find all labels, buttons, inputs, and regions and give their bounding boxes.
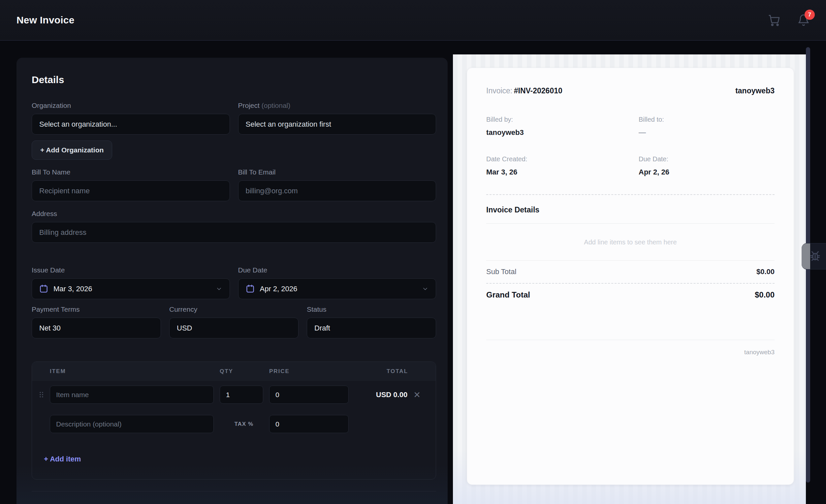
debug-tab[interactable] <box>802 243 826 269</box>
dashed-divider <box>486 194 774 195</box>
page-title: New Invoice <box>16 14 74 26</box>
cart-icon <box>768 14 780 26</box>
organization-field: Organization Select an organization... <box>32 102 230 135</box>
bill-to-name-input[interactable] <box>32 180 230 201</box>
header-icons: 7 <box>767 13 810 27</box>
bill-to-email-input[interactable] <box>238 180 436 201</box>
notifications-button[interactable]: 7 <box>797 13 810 27</box>
project-label: Project (optional) <box>238 102 436 109</box>
add-item-button[interactable]: + Add item <box>44 455 81 463</box>
account-name: tanoyweb3 <box>735 86 774 95</box>
empty-line-items-message: Add line items to see them here <box>486 224 774 260</box>
date-created: Date Created: Mar 3, 26 <box>486 155 639 177</box>
col-total: TOTAL <box>355 368 429 375</box>
bill-to-email-label: Bill To Email <box>238 169 436 176</box>
form-divider <box>32 491 436 492</box>
currency-label: Currency <box>169 306 299 313</box>
chevron-down-icon <box>216 286 222 292</box>
invoice-details-title: Invoice Details <box>486 205 774 214</box>
col-qty: QTY <box>220 368 263 375</box>
app-header: New Invoice 7 <box>0 0 826 41</box>
address-label: Address <box>32 210 436 217</box>
item-description-input[interactable] <box>50 415 214 433</box>
add-item-row: + Add item <box>32 441 436 479</box>
chevron-down-icon <box>422 286 428 292</box>
preview-footer-name: tanoyweb3 <box>486 349 774 356</box>
invoice-number-line: Invoice: #INV-2026010 <box>486 86 563 95</box>
due-date-field: Due Date Apr 2, 2026 <box>238 266 436 299</box>
bill-to-name-field: Bill To Name <box>32 169 230 201</box>
organization-label: Organization <box>32 102 230 109</box>
details-title: Details <box>32 74 436 85</box>
project-select[interactable]: Select an organization first <box>238 114 436 135</box>
grand-total-row: Grand Total $0.00 <box>486 284 774 308</box>
footer-divider <box>486 340 774 340</box>
status-input[interactable] <box>307 318 436 338</box>
line-items-header: ITEM QTY PRICE TOTAL <box>32 362 436 381</box>
tax-percent-label: TAX % <box>220 421 263 428</box>
billed-to: Billed to: — <box>639 116 774 137</box>
billed-by: Billed by: tanoyweb3 <box>486 116 639 137</box>
status-label: Status <box>307 306 436 313</box>
bill-to-email-field: Bill To Email <box>238 169 436 201</box>
sub-total-row: Sub Total $0.00 <box>486 261 774 283</box>
bill-to-name-label: Bill To Name <box>32 169 230 176</box>
payment-terms-input[interactable] <box>32 318 161 338</box>
new-invoice-page: New Invoice 7 Details Organization <box>0 0 826 504</box>
due-date-select[interactable]: Apr 2, 2026 <box>238 278 436 299</box>
invoice-preview-panel: Invoice: #INV-2026010 tanoyweb3 Billed b… <box>453 54 806 504</box>
col-item: ITEM <box>50 368 214 375</box>
drag-handle[interactable] <box>39 391 44 398</box>
item-price-input[interactable] <box>269 386 349 404</box>
invoice-form-card: Details Organization Select an organizat… <box>16 58 448 504</box>
invoice-preview-card: Invoice: #INV-2026010 tanoyweb3 Billed b… <box>467 68 794 485</box>
invoice-number: #INV-2026010 <box>514 86 563 95</box>
preview-due-date: Due Date: Apr 2, 26 <box>639 155 774 177</box>
bug-icon <box>808 249 822 263</box>
remove-item-icon[interactable]: ✕ <box>413 390 421 399</box>
due-date-label: Due Date <box>238 266 436 274</box>
payment-terms-field: Payment Terms <box>32 306 161 338</box>
issue-date-field: Issue Date Mar 3, 2026 <box>32 266 230 299</box>
calendar-icon <box>246 284 255 293</box>
item-qty-input[interactable] <box>220 386 263 404</box>
payment-terms-label: Payment Terms <box>32 306 161 313</box>
project-field: Project (optional) Select an organizatio… <box>238 102 436 135</box>
organization-select[interactable]: Select an organization... <box>32 114 230 135</box>
line-item-row: USD 0.00 ✕ TAX % <box>32 381 436 441</box>
issue-date-label: Issue Date <box>32 266 230 274</box>
col-price: PRICE <box>269 368 349 375</box>
add-organization-button[interactable]: + Add Organization <box>32 140 112 160</box>
line-items-table: ITEM QTY PRICE TOTAL <box>32 362 436 480</box>
address-input[interactable] <box>32 222 436 243</box>
notification-badge: 7 <box>805 10 815 20</box>
cart-button[interactable] <box>767 13 780 27</box>
line-total: USD 0.00 <box>376 390 407 399</box>
issue-date-select[interactable]: Mar 3, 2026 <box>32 278 230 299</box>
item-name-input[interactable] <box>50 386 214 404</box>
currency-input[interactable] <box>169 318 299 338</box>
currency-field: Currency <box>169 306 299 338</box>
drag-dots-icon <box>39 391 44 398</box>
status-field: Status <box>307 306 436 338</box>
address-field: Address <box>32 210 436 243</box>
item-tax-input[interactable] <box>269 415 349 433</box>
calendar-icon <box>39 284 48 293</box>
